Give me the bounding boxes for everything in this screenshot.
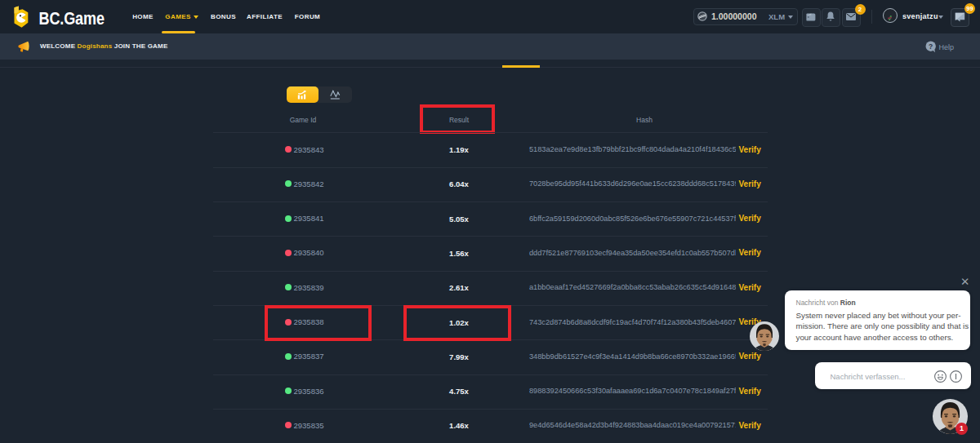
svg-text:?: ?	[929, 42, 933, 51]
